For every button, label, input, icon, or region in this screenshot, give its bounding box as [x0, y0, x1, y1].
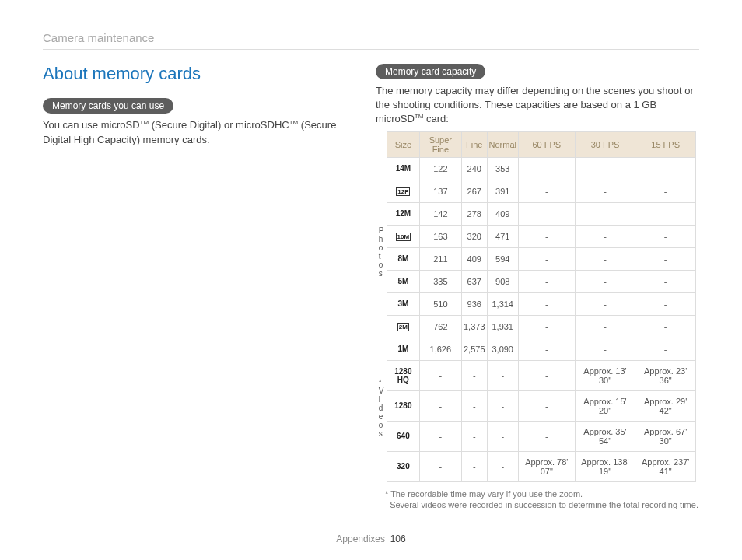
data-cell: 240	[461, 157, 487, 180]
data-cell: 3,090	[487, 338, 518, 360]
data-cell: -	[635, 338, 696, 360]
pill-memory-cards-use: Memory cards you can use	[43, 98, 173, 114]
side-label-photos: Photos	[376, 153, 387, 351]
footnote: * The recordable time may vary if you us…	[376, 488, 699, 511]
table-row: 1280----Approx. 15' 20"Approx. 29' 42"	[387, 390, 696, 421]
data-cell: 278	[461, 202, 487, 225]
data-cell: 409	[461, 247, 487, 270]
left-body-text: You can use microSDTM (Secure Digital) o…	[43, 118, 354, 147]
data-cell: -	[461, 360, 487, 390]
data-cell: -	[419, 390, 461, 421]
data-cell: -	[635, 225, 696, 247]
data-cell: 409	[487, 202, 518, 225]
table-row: 3M5109361,314---	[387, 292, 696, 315]
data-cell: -	[487, 421, 518, 451]
data-cell: -	[635, 157, 696, 180]
data-cell: -	[518, 390, 575, 421]
breadcrumb: Camera maintenance	[43, 31, 699, 44]
right-intro-text: The memory capacity may differ depending…	[376, 84, 699, 127]
data-cell: Approx. 23' 36"	[635, 360, 696, 390]
data-cell: -	[575, 225, 635, 247]
data-cell: Approx. 15' 20"	[575, 390, 635, 421]
data-cell: 1,626	[419, 338, 461, 360]
data-cell: Approx. 138' 19"	[575, 451, 635, 481]
size-cell: 1M	[387, 338, 420, 360]
data-cell: 1,931	[487, 315, 518, 338]
data-cell: -	[518, 421, 575, 451]
data-cell: 163	[419, 225, 461, 247]
size-cell: 1280 HQ	[387, 360, 420, 390]
data-cell: Approx. 78' 07"	[518, 451, 575, 481]
data-cell: 637	[461, 270, 487, 292]
table-header: Normal	[487, 131, 518, 157]
table-header: 30 FPS	[575, 131, 635, 157]
size-cell: 1280	[387, 390, 420, 421]
data-cell: -	[518, 247, 575, 270]
data-cell: -	[419, 360, 461, 390]
data-cell: -	[487, 360, 518, 390]
data-cell: 320	[461, 225, 487, 247]
page-title: About memory cards	[43, 64, 354, 84]
pill-memory-card-capacity: Memory card capacity	[376, 64, 485, 79]
table-header: Size	[387, 131, 420, 157]
data-cell: -	[518, 360, 575, 390]
data-cell: -	[461, 451, 487, 481]
size-cell: 640	[387, 421, 420, 451]
data-cell: -	[518, 338, 575, 360]
data-cell: Approx. 35' 54"	[575, 421, 635, 451]
data-cell: -	[518, 315, 575, 338]
table-row: 1M1,6262,5753,090---	[387, 338, 696, 360]
data-cell: 137	[419, 180, 461, 202]
data-cell: 510	[419, 292, 461, 315]
size-cell: 320	[387, 451, 420, 481]
data-cell: 594	[487, 247, 518, 270]
size-cell: 12M	[387, 202, 420, 225]
data-cell: 267	[461, 180, 487, 202]
data-cell: 936	[461, 292, 487, 315]
data-cell: -	[518, 202, 575, 225]
data-cell: -	[461, 421, 487, 451]
table-row: 320---Approx. 78' 07"Approx. 138' 19"App…	[387, 451, 696, 481]
size-cell: 14M	[387, 157, 420, 180]
table-header: 15 FPS	[635, 131, 696, 157]
data-cell: -	[575, 270, 635, 292]
data-cell: -	[635, 315, 696, 338]
table-row: 12M142278409---	[387, 202, 696, 225]
data-cell: -	[575, 338, 635, 360]
table-header: Super Fine	[419, 131, 461, 157]
data-cell: 142	[419, 202, 461, 225]
table-row: 640----Approx. 35' 54"Approx. 67' 30"	[387, 421, 696, 451]
table-row: 14M122240353---	[387, 157, 696, 180]
data-cell: 471	[487, 225, 518, 247]
data-cell: -	[487, 390, 518, 421]
data-cell: 1,314	[487, 292, 518, 315]
data-cell: 391	[487, 180, 518, 202]
divider	[43, 49, 699, 50]
size-cell: 5M	[387, 270, 420, 292]
data-cell: -	[518, 292, 575, 315]
data-cell: -	[575, 315, 635, 338]
data-cell: Approx. 67' 30"	[635, 421, 696, 451]
table-header: 60 FPS	[518, 131, 575, 157]
data-cell: -	[635, 202, 696, 225]
data-cell: 762	[419, 315, 461, 338]
data-cell: -	[487, 451, 518, 481]
data-cell: -	[575, 180, 635, 202]
size-cell: 3M	[387, 292, 420, 315]
table-header: Fine	[461, 131, 487, 157]
data-cell: -	[635, 270, 696, 292]
capacity-table: SizeSuper FineFineNormal60 FPS30 FPS15 F…	[387, 131, 696, 482]
table-row: 5M335637908---	[387, 270, 696, 292]
data-cell: -	[575, 292, 635, 315]
data-cell: Approx. 237' 41"	[635, 451, 696, 481]
table-row: 10M163320471---	[387, 225, 696, 247]
data-cell: 1,373	[461, 315, 487, 338]
data-cell: 211	[419, 247, 461, 270]
size-cell: 12P	[387, 180, 420, 202]
size-cell: 10M	[387, 225, 420, 247]
data-cell: 908	[487, 270, 518, 292]
data-cell: 122	[419, 157, 461, 180]
table-row: 8M211409594---	[387, 247, 696, 270]
data-cell: Approx. 13' 30"	[575, 360, 635, 390]
data-cell: -	[419, 451, 461, 481]
